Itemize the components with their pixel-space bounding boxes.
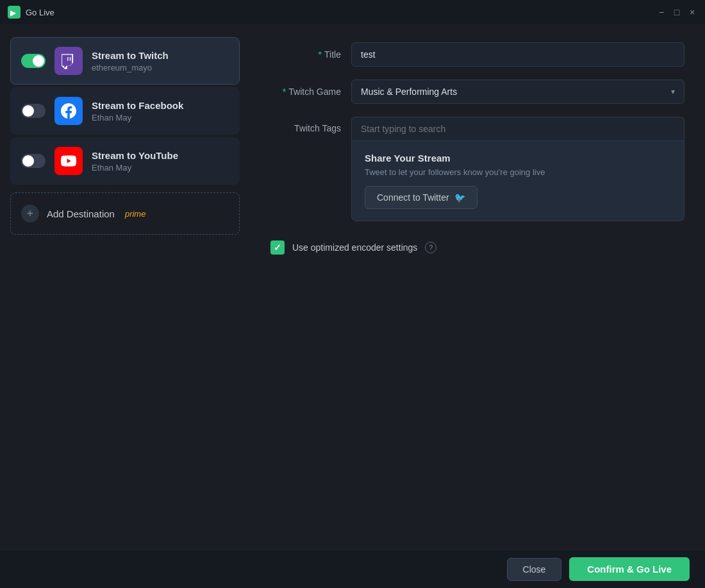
twitter-bird-icon: 🐦 bbox=[454, 192, 465, 203]
main-container: Stream to Twitch ethereum_mayo Stream to… bbox=[0, 24, 705, 550]
window-title: Go Live bbox=[26, 8, 656, 17]
youtube-toggle[interactable] bbox=[21, 154, 46, 168]
twitch-name: Stream to Twitch bbox=[92, 50, 229, 61]
add-destination-label: Add Destination bbox=[47, 208, 115, 219]
share-stream-title: Share Your Stream bbox=[365, 153, 671, 164]
facebook-info: Stream to Facebook Ethan May bbox=[92, 100, 229, 122]
game-required-mark: * bbox=[283, 87, 286, 97]
tags-input[interactable] bbox=[351, 117, 684, 140]
game-select-wrapper: Music & Performing Arts ▾ bbox=[351, 80, 684, 104]
footer: Close Confirm & Go Live bbox=[0, 550, 705, 588]
share-stream-card: Share Your Stream Tweet to let your foll… bbox=[351, 140, 684, 221]
facebook-platform-icon bbox=[54, 97, 83, 125]
connect-twitter-label: Connect to Twitter bbox=[377, 192, 449, 203]
encoder-row: ✓ Use optimized encoder settings ? bbox=[270, 240, 684, 255]
encoder-checkbox[interactable]: ✓ bbox=[270, 240, 285, 255]
facebook-toggle-knob bbox=[22, 105, 34, 117]
facebook-toggle[interactable] bbox=[21, 104, 46, 118]
youtube-platform-icon bbox=[54, 147, 83, 175]
help-icon[interactable]: ? bbox=[425, 242, 436, 253]
twitch-toggle-knob bbox=[33, 55, 44, 67]
minimize-button[interactable]: − bbox=[656, 7, 667, 17]
facebook-name: Stream to Facebook bbox=[92, 100, 229, 111]
title-bar: ▶ Go Live − □ × bbox=[0, 0, 705, 24]
youtube-user: Ethan May bbox=[92, 163, 229, 172]
game-label: *Twitch Game bbox=[270, 87, 341, 97]
svg-text:▶: ▶ bbox=[10, 8, 17, 17]
title-label: *Title bbox=[270, 49, 341, 60]
close-window-button[interactable]: × bbox=[687, 7, 697, 17]
tags-label: Twitch Tags bbox=[270, 117, 341, 133]
twitch-info: Stream to Twitch ethereum_mayo bbox=[92, 50, 229, 72]
destination-twitch[interactable]: Stream to Twitch ethereum_mayo bbox=[10, 37, 240, 85]
youtube-info: Stream to YouTube Ethan May bbox=[92, 150, 229, 172]
prime-badge: prime bbox=[125, 209, 146, 219]
chevron-down-icon: ▾ bbox=[671, 87, 675, 96]
add-icon: + bbox=[21, 205, 39, 223]
maximize-button[interactable]: □ bbox=[672, 7, 682, 17]
encoder-label: Use optimized encoder settings bbox=[292, 242, 417, 253]
game-selected-value: Music & Performing Arts bbox=[361, 87, 457, 97]
go-live-button[interactable]: Confirm & Go Live bbox=[569, 557, 690, 581]
destination-facebook[interactable]: Stream to Facebook Ethan May bbox=[10, 87, 240, 135]
window-controls: − □ × bbox=[656, 7, 697, 17]
close-button[interactable]: Close bbox=[507, 558, 562, 581]
tags-area: Share Your Stream Tweet to let your foll… bbox=[351, 117, 684, 221]
title-input[interactable] bbox=[351, 42, 684, 67]
right-panel: *Title *Twitch Game Music & Performing A… bbox=[250, 24, 705, 550]
checkmark-icon: ✓ bbox=[274, 242, 281, 253]
facebook-user: Ethan May bbox=[92, 113, 229, 122]
destination-youtube[interactable]: Stream to YouTube Ethan May bbox=[10, 137, 240, 185]
sidebar: Stream to Twitch ethereum_mayo Stream to… bbox=[0, 24, 250, 550]
game-select[interactable]: Music & Performing Arts ▾ bbox=[351, 80, 684, 104]
tags-row: Twitch Tags Share Your Stream Tweet to l… bbox=[270, 117, 684, 221]
title-required-mark: * bbox=[319, 49, 322, 60]
twitch-toggle[interactable] bbox=[21, 54, 46, 68]
share-stream-desc: Tweet to let your followers know you're … bbox=[365, 167, 671, 177]
connect-twitter-button[interactable]: Connect to Twitter 🐦 bbox=[365, 186, 477, 209]
youtube-toggle-knob bbox=[22, 155, 34, 167]
app-icon: ▶ bbox=[8, 6, 21, 19]
title-row: *Title bbox=[270, 42, 684, 67]
game-row: *Twitch Game Music & Performing Arts ▾ bbox=[270, 80, 684, 104]
twitch-platform-icon bbox=[54, 47, 83, 75]
youtube-name: Stream to YouTube bbox=[92, 150, 229, 161]
add-destination-button[interactable]: + Add Destination prime bbox=[10, 192, 240, 235]
twitch-user: ethereum_mayo bbox=[92, 63, 229, 72]
